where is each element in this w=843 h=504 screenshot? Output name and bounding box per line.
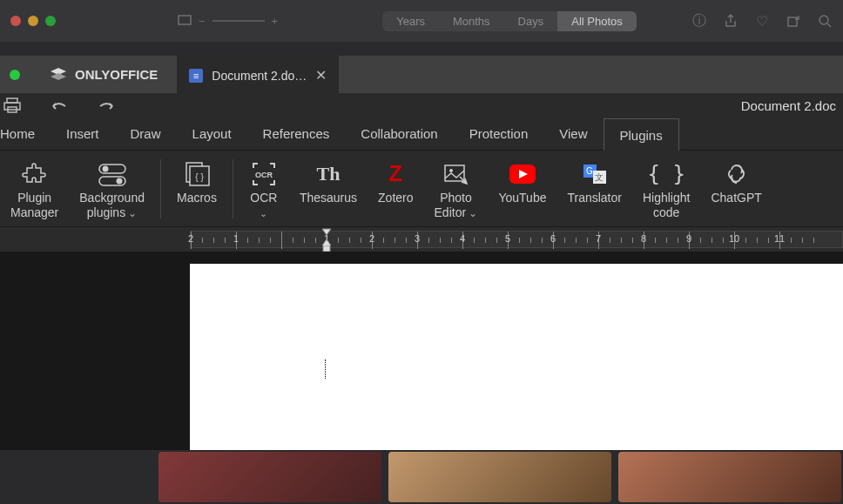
svg-point-10 bbox=[116, 178, 122, 185]
svg-text:文: 文 bbox=[595, 172, 604, 182]
ruler-number: 7 bbox=[596, 233, 601, 244]
bg-minimize-icon bbox=[28, 16, 38, 26]
menu-protection[interactable]: Protection bbox=[454, 118, 544, 150]
youtube-button[interactable]: YouTube bbox=[488, 156, 556, 205]
zotero-icon: Z bbox=[388, 159, 402, 189]
brand-tab[interactable]: ONLYOFFICE bbox=[30, 56, 177, 93]
menu-layout[interactable]: Layout bbox=[177, 118, 247, 150]
background-plugins-button[interactable]: Backgroundplugins bbox=[69, 156, 155, 220]
plugin-label: Backgroundplugins bbox=[79, 191, 145, 220]
close-tab-icon[interactable]: ✕ bbox=[315, 67, 327, 84]
menu-home[interactable]: Home bbox=[0, 118, 51, 150]
menu-draw[interactable]: Draw bbox=[115, 118, 177, 150]
document-tab[interactable]: ≡ Document 2.do… ✕ bbox=[177, 56, 339, 93]
ruler-track: 211234567891011 bbox=[190, 231, 843, 248]
zotero-button[interactable]: Z Zotero bbox=[368, 156, 423, 205]
menu-view[interactable]: View bbox=[543, 118, 603, 150]
aspect-icon bbox=[178, 15, 192, 28]
bg-photo-thumb bbox=[388, 452, 611, 502]
document-title: Document 2.doc bbox=[741, 98, 836, 113]
translator-button[interactable]: G 文 Translator bbox=[556, 156, 632, 205]
svg-text:{ }: { } bbox=[195, 172, 204, 182]
onlyoffice-window: ONLYOFFICE ≡ Document 2.do… ✕ Document 2… bbox=[0, 56, 843, 450]
ribbon-divider bbox=[233, 159, 233, 218]
ocr-button[interactable]: OCR OCR⌄ bbox=[239, 156, 289, 220]
menu-references[interactable]: References bbox=[247, 118, 346, 150]
svg-point-2 bbox=[819, 16, 828, 24]
bg-filter-pills: Years Months Days All Photos bbox=[382, 11, 637, 31]
bg-gallery bbox=[157, 450, 843, 504]
document-icon: ≡ bbox=[189, 69, 203, 83]
plugin-label: YouTube bbox=[498, 191, 546, 205]
bg-close-icon bbox=[10, 16, 21, 26]
undo-icon[interactable] bbox=[49, 95, 70, 116]
bg-photo-thumb bbox=[158, 452, 381, 502]
background-plugins-icon bbox=[98, 159, 127, 189]
titlebar: ONLYOFFICE ≡ Document 2.do… ✕ bbox=[0, 56, 843, 93]
bg-pill-years: Years bbox=[382, 11, 439, 31]
bg-photo-thumb bbox=[618, 452, 841, 502]
document-canvas bbox=[0, 252, 843, 450]
plugin-label: PluginManager bbox=[10, 191, 58, 220]
rotate-icon bbox=[786, 13, 801, 29]
bg-pill-all: All Photos bbox=[557, 11, 637, 31]
info-icon: ⓘ bbox=[691, 13, 707, 29]
plugin-manager-icon bbox=[22, 159, 48, 189]
bg-zoom-icon bbox=[45, 16, 56, 26]
plugin-label: PhotoEditor bbox=[435, 191, 478, 220]
indent-marker-icon[interactable] bbox=[321, 228, 332, 252]
share-icon bbox=[723, 13, 738, 29]
quick-access-toolbar: Document 2.doc bbox=[0, 93, 843, 118]
plugin-label: ChatGPT bbox=[711, 191, 761, 205]
macros-button[interactable]: { } Macros bbox=[166, 156, 227, 205]
youtube-icon bbox=[509, 159, 536, 189]
ruler-number: 2 bbox=[369, 233, 374, 244]
document-page[interactable] bbox=[190, 264, 843, 450]
horizontal-ruler[interactable]: 211234567891011 bbox=[0, 227, 843, 252]
text-cursor bbox=[325, 360, 326, 379]
heart-icon: ♡ bbox=[754, 13, 770, 29]
bg-toolbar: − + Years Months Days All Photos ⓘ ♡ bbox=[0, 0, 843, 42]
brand-label: ONLYOFFICE bbox=[75, 67, 158, 82]
ruler-number: 11 bbox=[774, 233, 785, 244]
translator-icon: G 文 bbox=[582, 159, 608, 189]
chatgpt-button[interactable]: ChatGPT bbox=[700, 156, 772, 205]
photo-editor-icon bbox=[442, 159, 469, 189]
bg-right-icons: ⓘ ♡ bbox=[691, 13, 833, 29]
svg-point-16 bbox=[449, 169, 453, 172]
onlyoffice-logo-icon bbox=[49, 66, 68, 84]
document-tab-label: Document 2.do… bbox=[212, 69, 307, 83]
thesaurus-icon: Th bbox=[317, 159, 341, 189]
zoom-window-icon[interactable] bbox=[10, 70, 20, 80]
ruler-number: 3 bbox=[415, 233, 420, 244]
svg-rect-0 bbox=[179, 16, 191, 24]
svg-rect-22 bbox=[323, 245, 330, 252]
ruler-number: 4 bbox=[460, 233, 465, 244]
plugin-label: Macros bbox=[177, 191, 217, 205]
menu-collaboration[interactable]: Collaboration bbox=[345, 118, 453, 150]
ruler-number: 6 bbox=[550, 233, 556, 244]
menu-plugins[interactable]: Plugins bbox=[604, 118, 679, 151]
ruler-number: 9 bbox=[686, 233, 691, 244]
chatgpt-icon bbox=[725, 159, 749, 189]
ocr-icon: OCR bbox=[251, 159, 277, 189]
redo-icon[interactable] bbox=[96, 95, 117, 116]
ruler-number: 1 bbox=[233, 233, 239, 244]
print-icon[interactable] bbox=[2, 95, 23, 116]
macros-icon: { } bbox=[184, 159, 210, 189]
thesaurus-button[interactable]: Th Thesaurus bbox=[289, 156, 368, 205]
search-icon bbox=[817, 13, 833, 29]
ruler-number: 10 bbox=[729, 233, 739, 244]
highlight-code-button[interactable]: { } Highlightcode bbox=[632, 156, 700, 220]
bg-pill-days: Days bbox=[504, 11, 558, 31]
highlight-code-icon: { } bbox=[648, 159, 685, 189]
plugin-label: Translator bbox=[567, 191, 622, 205]
plugin-label: OCR⌄ bbox=[250, 191, 277, 220]
svg-point-8 bbox=[102, 166, 108, 172]
svg-rect-5 bbox=[4, 103, 20, 110]
photo-editor-button[interactable]: PhotoEditor bbox=[424, 156, 489, 220]
ruler-number: 5 bbox=[505, 233, 510, 244]
plugin-label: Highlightcode bbox=[643, 191, 690, 220]
plugin-manager-button[interactable]: PluginManager bbox=[0, 156, 69, 220]
menu-insert[interactable]: Insert bbox=[51, 118, 115, 150]
